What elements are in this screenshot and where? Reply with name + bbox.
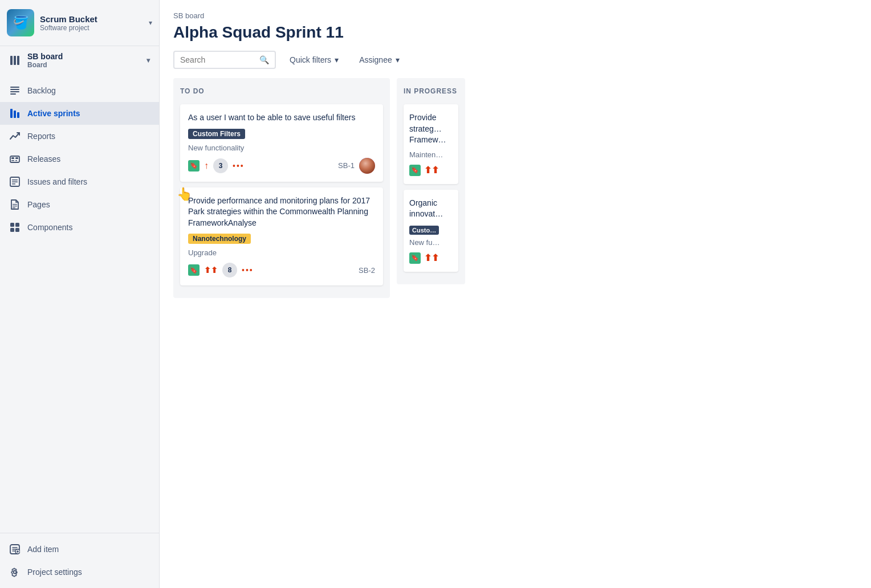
sidebar-item-issues[interactable]: Issues and filters (0, 170, 159, 193)
todo-column-header: TO DO (180, 85, 383, 97)
partial-bookmark-1: 🔖 (409, 165, 421, 176)
svg-rect-23 (15, 223, 19, 227)
partial-card-1[interactable]: Provide strateg… Framew… Mainten… 🔖 ⬆⬆ (404, 104, 458, 184)
sidebar-item-backlog[interactable]: Backlog (0, 79, 159, 102)
sidebar-nav: Backlog Active sprints Reports (0, 75, 159, 533)
assignee-label: Assignee (359, 55, 392, 64)
issue-footer-sb2: 🔖 ⬆⬆ 8 ••• SB-2 (188, 263, 375, 277)
project-dropdown-arrow[interactable]: ▾ (149, 19, 152, 27)
project-type: Software project (40, 24, 143, 32)
issue-card-sb2[interactable]: Provide performance and monitoring plans… (180, 187, 383, 286)
settings-icon (9, 566, 21, 578)
project-header[interactable]: 🪣 Scrum Bucket Software project ▾ (0, 0, 159, 46)
board-dropdown-arrow[interactable]: ▾ (146, 56, 150, 64)
assignee-chevron: ▾ (396, 55, 400, 64)
issue-type-sb2: Upgrade (188, 248, 375, 257)
sidebar-bottom: Add item Project settings (0, 533, 159, 588)
svg-rect-18 (12, 183, 15, 185)
add-item-label: Add item (27, 545, 59, 554)
search-input[interactable] (180, 55, 255, 64)
svg-rect-10 (10, 156, 19, 162)
svg-rect-25 (15, 228, 19, 232)
svg-rect-20 (13, 206, 17, 206)
add-icon (9, 544, 21, 555)
issue-card-sb1[interactable]: As a user I want to be able to save usef… (180, 104, 383, 182)
partial-title-1: Provide strateg… Framew… (409, 112, 453, 146)
search-box[interactable]: 🔍 (173, 51, 276, 69)
bookmark-icon-sb2: 🔖 (188, 264, 200, 276)
quick-filters-chevron: ▾ (335, 55, 339, 64)
partial-label-2: Custo… (409, 226, 439, 235)
main-header: SB board Alpha Squad Sprint 11 (160, 0, 871, 51)
backlog-label: Backlog (27, 86, 56, 95)
components-icon (9, 222, 21, 233)
svg-rect-12 (15, 157, 18, 159)
partial-footer-2: 🔖 ⬆⬆ (409, 252, 453, 264)
svg-rect-19 (13, 204, 17, 205)
partial-bookmark-2: 🔖 (409, 252, 421, 264)
svg-rect-2 (17, 56, 19, 65)
svg-rect-0 (10, 56, 13, 65)
assignee-button[interactable]: Assignee ▾ (352, 51, 406, 68)
issue-footer-sb1: 🔖 ↑ 3 ••• SB-1 (188, 158, 375, 174)
breadcrumb: SB board (173, 11, 857, 20)
issue-id-sb1: SB-1 (338, 161, 355, 170)
board-area: TO DO As a user I want to be able to sav… (160, 78, 871, 588)
issues-icon (9, 176, 21, 187)
components-label: Components (27, 223, 72, 232)
issue-label-sb1: Custom Filters (188, 129, 245, 139)
partial-priority-2: ⬆⬆ (424, 252, 439, 263)
svg-rect-1 (14, 56, 16, 65)
partial-card-2[interactable]: Organic innovat… Custo… New fu… 🔖 ⬆⬆ (404, 190, 458, 272)
issues-label: Issues and filters (27, 177, 87, 186)
settings-label: Project settings (27, 567, 82, 577)
sidebar-item-components[interactable]: Components (0, 216, 159, 239)
sidebar-item-add[interactable]: Add item (0, 538, 159, 561)
sidebar-item-releases[interactable]: Releases (0, 148, 159, 170)
svg-rect-17 (12, 182, 18, 183)
project-info: Scrum Bucket Software project (40, 14, 143, 32)
story-points-sb2: 8 (222, 263, 237, 277)
pages-label: Pages (27, 200, 50, 209)
in-progress-column: IN PROGRESS Provide strateg… Framew… Mai… (397, 78, 465, 284)
search-icon: 🔍 (259, 55, 269, 64)
backlog-icon (9, 85, 21, 96)
sidebar-item-reports[interactable]: Reports (0, 125, 159, 148)
partial-type-1: Mainten… (409, 150, 453, 159)
story-points-sb1: 3 (213, 158, 228, 173)
project-name: Scrum Bucket (40, 14, 143, 24)
sidebar: 🪣 Scrum Bucket Software project ▾ SB boa… (0, 0, 160, 588)
issue-footer-right-sb2: SB-2 (359, 266, 375, 275)
svg-rect-8 (14, 111, 16, 118)
svg-rect-9 (17, 112, 19, 118)
in-progress-column-header: IN PROGRESS (404, 85, 458, 97)
partial-title-2: Organic innovat… (409, 198, 453, 220)
svg-rect-5 (10, 91, 19, 92)
svg-rect-21 (13, 207, 15, 208)
quick-filters-button[interactable]: Quick filters ▾ (283, 51, 345, 68)
releases-label: Releases (27, 154, 60, 164)
quick-filters-label: Quick filters (290, 55, 331, 64)
todo-column: TO DO As a user I want to be able to sav… (173, 78, 390, 298)
issue-label-sb2: Nanotechnology (188, 234, 251, 244)
reports-icon (9, 130, 21, 142)
partial-footer-1: 🔖 ⬆⬆ (409, 165, 453, 176)
svg-rect-7 (10, 109, 13, 118)
avatar-sb1 (359, 158, 375, 174)
sprints-icon (9, 108, 21, 119)
svg-rect-14 (15, 160, 17, 161)
sidebar-item-active-sprints[interactable]: Active sprints (0, 102, 159, 125)
partial-type-2: New fu… (409, 238, 453, 247)
svg-rect-13 (11, 160, 14, 161)
page-title: Alpha Squad Sprint 11 (173, 23, 857, 42)
priority-icon-sb1: ↑ (204, 161, 209, 171)
board-header[interactable]: SB board Board ▾ (0, 46, 159, 75)
issue-id-sb2: SB-2 (359, 266, 375, 275)
priority-icon-sb2: ⬆⬆ (204, 266, 218, 275)
board-icon (9, 55, 21, 66)
bookmark-icon-sb1: 🔖 (188, 160, 200, 172)
issue-title-sb2: Provide performance and monitoring plans… (188, 195, 375, 229)
sidebar-item-pages[interactable]: Pages (0, 193, 159, 216)
sidebar-item-settings[interactable]: Project settings (0, 561, 159, 583)
main-content: SB board Alpha Squad Sprint 11 🔍 Quick f… (160, 0, 871, 588)
